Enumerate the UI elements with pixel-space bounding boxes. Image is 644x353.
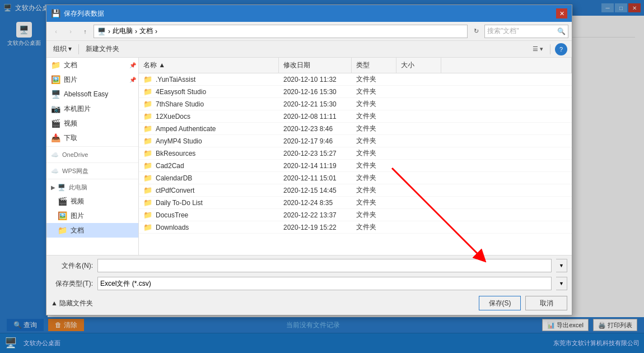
col-header-name[interactable]: 名称 ▲ [139, 58, 279, 73]
downloads-icon: 📥 [51, 133, 60, 142]
action-buttons: 保存(S) 取消 [97, 296, 567, 310]
table-row[interactable]: 📁 .YunTaiAssist 2020-12-10 11:32 文件夹 [139, 73, 572, 86]
taskbar: 🖥️ 文软办公桌面 东莞市文软计算机科技有限公司 [0, 333, 644, 353]
col-header-date[interactable]: 修改日期 [279, 58, 352, 73]
nav-path[interactable]: 🖥️ › 此电脑 › 文档 › [94, 25, 468, 38]
filename-dropdown-button[interactable]: ▼ [556, 259, 567, 272]
panel-item-pc-documents-label: 文档 [71, 226, 84, 235]
file-name-text: ctPdfConvert [156, 187, 194, 194]
filetype-row: 保存类型(T): ▼ [46, 276, 572, 294]
panel-item-video[interactable]: 🎬 视频 [46, 116, 138, 131]
dialog-right-panel: 名称 ▲ 修改日期 类型 大小 📁 .YunTaiAssist 2020-12-… [139, 58, 572, 255]
file-name-text: BkResources [156, 150, 195, 157]
panel-item-pictures[interactable]: 🖼️ 图片 📌 [46, 72, 138, 87]
file-cell-name: 📁 12XueDocs [139, 110, 279, 122]
table-row[interactable]: 📁 Amped Authenticate 2020-12-23 8:46 文件夹 [139, 123, 572, 135]
path-this-pc: 此电脑 [113, 26, 133, 36]
file-cell-date: 2020-12-16 15:30 [279, 86, 352, 97]
table-row[interactable]: 📁 DocusTree 2020-12-22 13:37 文件夹 [139, 209, 572, 221]
folder-icon: 📁 [143, 223, 152, 231]
file-cell-date: 2020-12-23 8:46 [279, 123, 352, 134]
file-name-text: Cad2Cad [156, 162, 184, 170]
file-cell-size [396, 135, 441, 147]
dialog-action-row: ▲ 隐藏文件夹 保存(S) 取消 [46, 294, 572, 315]
cancel-button[interactable]: 取消 [525, 296, 567, 310]
file-cell-size [396, 209, 441, 221]
pc-video-icon: 🎬 [58, 197, 67, 206]
abelssoft-icon: 🖥️ [51, 90, 60, 99]
file-cell-type: 文件夹 [352, 73, 396, 85]
nav-forward-button[interactable]: › [64, 25, 77, 38]
file-cell-name: 📁 CalendarDB [139, 172, 279, 184]
table-row[interactable]: 📁 7thShare Studio 2020-12-21 15:30 文件夹 [139, 98, 572, 110]
file-name-text: 12XueDocs [156, 113, 190, 120]
filename-row: 文件名(N): ▼ [46, 256, 572, 276]
taskbar-left: 🖥️ 文软办公桌面 [4, 337, 60, 349]
help-button[interactable]: ? [555, 43, 567, 55]
new-folder-button[interactable]: 新建文件夹 [83, 43, 122, 55]
nav-back-button[interactable]: ‹ [50, 25, 62, 38]
table-row[interactable]: 📁 4Easysoft Studio 2020-12-16 15:30 文件夹 [139, 86, 572, 98]
file-cell-name: 📁 7thShare Studio [139, 98, 279, 110]
file-name-text: Amped Authenticate [156, 125, 216, 133]
folder-icon: 📁 [143, 198, 152, 207]
panel-item-pc-video[interactable]: 🎬 视频 [46, 194, 138, 208]
panel-item-documents[interactable]: 📁 文档 📌 [46, 58, 138, 72]
table-row[interactable]: 📁 CalendarDB 2020-12-11 15:01 文件夹 [139, 172, 572, 184]
file-cell-date: 2020-12-08 11:11 [279, 110, 352, 122]
panel-item-abelssoft[interactable]: 🖥️ Abelssoft Easy [46, 87, 138, 101]
col-header-size[interactable]: 大小 [396, 58, 441, 73]
dialog-close-button[interactable]: ✕ [556, 8, 567, 18]
organize-button[interactable]: 组织 ▾ [51, 43, 74, 55]
file-cell-date: 2020-12-11 15:01 [279, 172, 352, 184]
table-row[interactable]: 📁 12XueDocs 2020-12-08 11:11 文件夹 [139, 110, 572, 123]
file-cell-type: 文件夹 [352, 86, 396, 97]
table-row[interactable]: 📁 ctPdfConvert 2020-12-15 14:45 文件夹 [139, 184, 572, 197]
file-cell-name: 📁 BkResources [139, 147, 279, 159]
folder-icon: 📁 [143, 149, 152, 157]
table-row[interactable]: 📁 Downloads 2020-12-19 15:22 文件夹 [139, 221, 572, 234]
file-cell-name: 📁 .YunTaiAssist [139, 73, 279, 85]
file-cell-name: 📁 4Easysoft Studio [139, 86, 279, 97]
table-row[interactable]: 📁 AnyMP4 Studio 2020-12-17 9:46 文件夹 [139, 135, 572, 147]
file-cell-name: 📁 Downloads [139, 221, 279, 233]
table-row[interactable]: 📁 BkResources 2020-12-23 15:27 文件夹 [139, 147, 572, 160]
view-toggle-button[interactable]: ☰ ▾ [530, 44, 545, 54]
folder-icon: 📁 [143, 87, 152, 96]
panel-item-downloads-label: 下取 [64, 133, 77, 143]
path-icon: 🖥️ [97, 27, 106, 35]
col-header-type[interactable]: 类型 [352, 58, 396, 73]
panel-item-camera[interactable]: 📷 本机图片 [46, 101, 138, 116]
panel-item-pc-pictures[interactable]: 🖼️ 图片 [46, 208, 138, 223]
table-row[interactable]: 📁 Cad2Cad 2020-12-14 11:19 文件夹 [139, 160, 572, 172]
dialog-left-panel: 📁 文档 📌 🖼️ 图片 📌 🖥️ Abelssoft Easy 📷 本机图片 … [46, 58, 139, 255]
table-row[interactable]: 📁 Daily To-Do List 2020-12-24 8:35 文件夹 [139, 197, 572, 209]
panel-wps[interactable]: ☁️ WPS网盘 [46, 164, 138, 178]
file-cell-name: 📁 Amped Authenticate [139, 123, 279, 134]
file-cell-type: 文件夹 [352, 197, 396, 208]
save-button[interactable]: 保存(S) [479, 296, 521, 310]
panel-onedrive[interactable]: ☁️ OneDrive [46, 148, 138, 161]
file-cell-type: 文件夹 [352, 98, 396, 110]
file-list-scroll[interactable]: 📁 .YunTaiAssist 2020-12-10 11:32 文件夹 📁 4… [139, 73, 572, 255]
panel-item-pc-documents[interactable]: 📁 文档 [46, 223, 138, 238]
file-cell-type: 文件夹 [352, 221, 396, 233]
path-separator-2: › [135, 27, 137, 35]
nav-up-button[interactable]: ↑ [79, 25, 91, 38]
filetype-input[interactable] [97, 277, 552, 290]
pin-pictures-icon: 📌 [129, 77, 136, 83]
filetype-dropdown-button[interactable]: ▼ [556, 277, 567, 290]
onedrive-icon: ☁️ [51, 151, 59, 159]
dialog-title-text: 保存列表数据 [64, 9, 104, 18]
dialog-bottom: 文件名(N): ▼ 保存类型(T): ▼ ▲ 隐藏文件夹 保存(S) 取消 [46, 255, 572, 315]
panel-item-downloads[interactable]: 📥 下取 [46, 131, 138, 145]
filename-input[interactable] [97, 259, 552, 272]
file-cell-date: 2020-12-17 9:46 [279, 135, 352, 147]
panel-this-pc-header[interactable]: ▶ 🖥️ 此电脑 [46, 180, 138, 194]
hide-folders-button[interactable]: ▲ 隐藏文件夹 [51, 299, 93, 308]
this-pc-label: 此电脑 [69, 183, 87, 192]
nav-refresh-button[interactable]: ↻ [470, 25, 482, 38]
panel-item-pc-video-label: 视频 [71, 197, 84, 206]
file-name-text: .YunTaiAssist [156, 76, 195, 83]
toolbar-separator [78, 44, 79, 54]
